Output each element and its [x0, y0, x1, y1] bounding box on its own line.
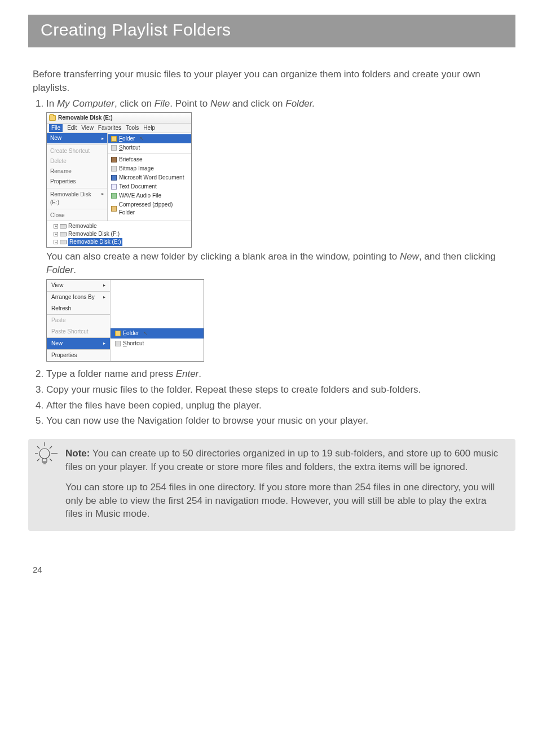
- step-4: After the files have been copied, unplug…: [46, 399, 510, 412]
- folder-icon: [49, 115, 56, 121]
- shortcut-icon: [115, 341, 121, 346]
- file-menu-dropdown: New▸ Create Shortcut Delete Rename Prope…: [47, 133, 108, 221]
- ctx-paste-shortcut: Paste Shortcut: [47, 326, 110, 337]
- step-3: Copy your music files to the folder. Rep…: [46, 383, 510, 397]
- menuitem-delete: Delete: [47, 156, 107, 166]
- cursor-icon: ↖: [139, 135, 144, 143]
- submenu-shortcut[interactable]: Shortcut: [108, 143, 191, 152]
- svg-line-7: [50, 446, 52, 449]
- ctx-properties[interactable]: Properties: [47, 350, 110, 361]
- submenu-zip[interactable]: Compressed (zipped) Folder: [108, 200, 191, 217]
- tree-row[interactable]: +Removable Disk (F:): [49, 230, 189, 238]
- screenshot-context-new-menu: View▸ Arrange Icons By▸ Refresh Paste Pa…: [46, 279, 204, 362]
- context-menu: View▸ Arrange Icons By▸ Refresh Paste Pa…: [47, 280, 110, 361]
- menuitem-create-shortcut: Create Shortcut: [47, 146, 107, 156]
- note-callout: Note: You can create up to 50 directorie…: [28, 439, 515, 531]
- drive-icon: [60, 240, 67, 244]
- folder-tree: +Removable +Removable Disk (F:) −Removab…: [47, 221, 191, 247]
- steps-list: In My Computer, click on File. Point to …: [33, 97, 510, 111]
- svg-line-9: [50, 459, 52, 461]
- page-number: 24: [0, 531, 538, 588]
- title-banner: Creating Playlist Folders: [28, 15, 515, 47]
- intro-paragraph: Before transferring your music files to …: [33, 68, 510, 95]
- svg-point-0: [39, 449, 50, 459]
- step-5: You can now use the Navigation folder to…: [46, 414, 510, 428]
- window-menubar: File Edit View Favorites Tools Help: [47, 124, 191, 133]
- drive-icon: [60, 224, 67, 228]
- menu-tools[interactable]: Tools: [126, 124, 139, 132]
- ctx-new[interactable]: New▸: [47, 338, 110, 349]
- menuitem-close[interactable]: Close: [47, 210, 107, 221]
- ctx-sub-shortcut[interactable]: Shortcut: [111, 339, 204, 349]
- new-submenu: Folder↖ Shortcut Briefcase Bitmap Image …: [108, 133, 191, 221]
- note-label: Note:: [65, 448, 90, 459]
- step-2: Type a folder name and press Enter.: [46, 367, 510, 381]
- zip-icon: [111, 206, 117, 212]
- context-new-submenu: Folder↖ Shortcut: [110, 280, 204, 361]
- menu-help[interactable]: Help: [143, 124, 155, 132]
- ctx-view[interactable]: View▸: [47, 280, 110, 291]
- submenu-bitmap[interactable]: Bitmap Image: [108, 164, 191, 173]
- briefcase-icon: [111, 157, 117, 162]
- steps-list-cont: Type a folder name and press Enter. Copy…: [33, 367, 510, 428]
- wave-icon: [111, 193, 117, 199]
- ctx-refresh[interactable]: Refresh: [47, 303, 110, 314]
- step-1: In My Computer, click on File. Point to …: [46, 97, 510, 111]
- text-icon: [111, 184, 117, 190]
- submenu-text[interactable]: Text Document: [108, 182, 191, 191]
- shortcut-icon: [111, 145, 117, 151]
- tree-row-selected[interactable]: −Removable Disk (E:): [49, 238, 189, 246]
- submenu-word[interactable]: Microsoft Word Document: [108, 173, 191, 182]
- word-icon: [111, 175, 117, 181]
- window-title: Removable Disk (E:): [58, 114, 113, 122]
- menuitem-removable-disk-e[interactable]: Removable Disk (E:)▸: [47, 190, 107, 208]
- submenu-folder[interactable]: Folder↖: [108, 134, 191, 143]
- note-paragraph-2: You can store up to 254 files in one dir…: [65, 481, 504, 521]
- bitmap-icon: [111, 166, 117, 172]
- drive-icon: [60, 232, 67, 236]
- submenu-wave[interactable]: WAVE Audio File: [108, 191, 191, 200]
- menuitem-new[interactable]: New▸: [47, 133, 107, 143]
- ctx-paste: Paste: [47, 315, 110, 326]
- step-1-sub: You can also create a new folder by clic…: [46, 250, 510, 277]
- tree-row[interactable]: +Removable: [49, 222, 189, 230]
- submenu-briefcase[interactable]: Briefcase: [108, 155, 191, 164]
- note-paragraph-1: Note: You can create up to 50 directorie…: [65, 447, 504, 474]
- menu-favorites[interactable]: Favorites: [98, 124, 121, 132]
- menuitem-properties[interactable]: Properties: [47, 177, 107, 187]
- blank-area: [111, 280, 204, 328]
- menu-view[interactable]: View: [81, 124, 94, 132]
- svg-line-8: [37, 459, 39, 461]
- screenshot-file-new-menu: Removable Disk (E:) File Edit View Favor…: [46, 112, 192, 248]
- folder-icon: [115, 331, 121, 336]
- lightbulb-icon: [29, 440, 60, 471]
- menu-edit[interactable]: Edit: [67, 124, 77, 132]
- main-content: Before transferring your music files to …: [0, 68, 538, 428]
- ctx-sub-folder[interactable]: Folder↖: [111, 328, 204, 339]
- menuitem-rename[interactable]: Rename: [47, 166, 107, 177]
- ctx-arrange[interactable]: Arrange Icons By▸: [47, 292, 110, 303]
- cursor-icon: ↖: [143, 329, 148, 337]
- window-titlebar: Removable Disk (E:): [47, 113, 191, 124]
- page-title: Creating Playlist Folders: [41, 20, 503, 39]
- folder-icon: [111, 136, 117, 142]
- menu-file[interactable]: File: [49, 124, 63, 132]
- svg-line-6: [37, 446, 39, 449]
